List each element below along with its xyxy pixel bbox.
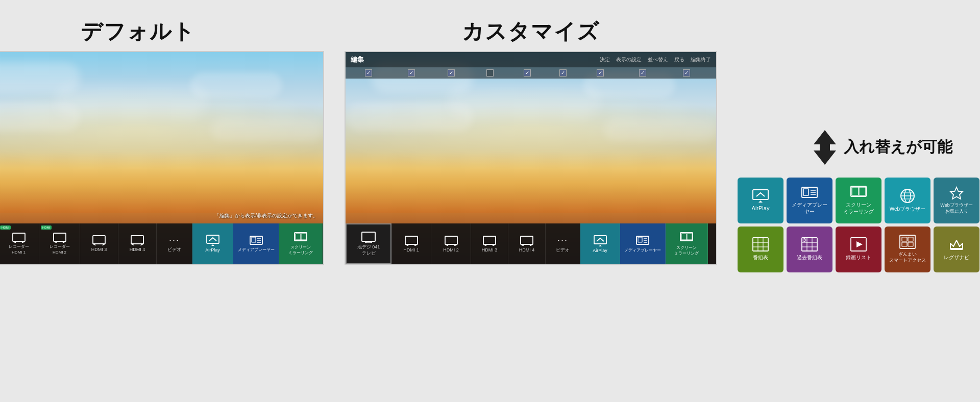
cb-video[interactable]: ✓ xyxy=(546,69,580,77)
right-tv-screen: 編集 決定 表示の設定 並べ替え 戻る 編集終了 ✓ ✓ xyxy=(345,51,717,265)
tile-rec-icon xyxy=(850,237,867,252)
action-sort[interactable]: 並べ替え xyxy=(648,56,668,63)
tile-grid-icon xyxy=(752,237,769,252)
svg-rect-24 xyxy=(296,234,301,240)
svg-rect-33 xyxy=(445,236,457,244)
tile-rec[interactable]: 録画リスト xyxy=(836,227,881,272)
svg-rect-42 xyxy=(594,236,606,244)
right-input-tv[interactable]: 地デジ 041テレビ ▼ xyxy=(346,223,391,264)
svg-rect-36 xyxy=(483,236,496,244)
right-screen-label: スクリーンミラーリング xyxy=(674,245,699,256)
right-tv-label: 地デジ 041テレビ xyxy=(357,244,380,256)
hdmi-badge-2: HDMI xyxy=(41,225,52,230)
tile-clock-grid-icon xyxy=(801,237,818,252)
media-label: メディアプレーヤー xyxy=(238,247,275,253)
tile-airplay-icon xyxy=(752,189,769,203)
input-item-rec1[interactable]: HDMI レコーダーHDMI 1 xyxy=(0,223,39,264)
svg-rect-19 xyxy=(252,237,256,242)
right-media[interactable]: メディアプレーヤー xyxy=(620,223,666,264)
hdmi-icon-2 xyxy=(53,233,66,243)
svg-rect-26 xyxy=(362,232,375,241)
right-screen-icon xyxy=(680,232,693,243)
input-item-media[interactable]: メディアプレーヤー xyxy=(233,223,279,264)
right-hdmi1[interactable]: HDMI 1 xyxy=(391,223,431,264)
tiles-grid: AirPlay メディアプレーヤー スクリーンミラーリング xyxy=(738,178,980,272)
tile-web[interactable]: Webブラウザー xyxy=(885,178,930,223)
svg-rect-87 xyxy=(908,242,913,246)
svg-marker-82 xyxy=(856,241,863,247)
action-display[interactable]: 表示の設定 xyxy=(616,56,642,63)
tile-zanmai[interactable]: ざんまいスマートアクセス xyxy=(885,227,930,272)
cb-hdmi4[interactable]: ✓ xyxy=(508,69,546,77)
tile-regza-label: レグザナビ xyxy=(944,254,969,261)
tile-airplay[interactable]: AirPlay xyxy=(738,178,783,223)
left-panel: デフォルト 「編集」から表示/非表示の設定ができます。 入力切換 xyxy=(0,17,324,385)
arrow-down xyxy=(814,150,836,165)
input-item-rec2[interactable]: HDMI レコーダーHDMI 2 xyxy=(39,223,80,264)
right-media-icon xyxy=(636,235,649,246)
cb-hdmi2[interactable]: ✓ xyxy=(431,69,471,77)
right-video-label: ビデオ xyxy=(556,247,570,254)
hdmi-icon-1 xyxy=(12,233,26,243)
right-hdmi3-label: HDMI 3 xyxy=(482,247,498,253)
action-back[interactable]: 戻る xyxy=(674,56,684,63)
right-monitor-icon xyxy=(361,232,376,243)
cb-media[interactable]: ✓ xyxy=(620,69,665,77)
svg-marker-67 xyxy=(950,187,963,199)
tile-guide1-label: 番組表 xyxy=(753,254,768,261)
input-item-hdmi4[interactable]: HDMI 4 xyxy=(118,223,157,264)
svg-rect-16 xyxy=(207,235,219,243)
right-video[interactable]: ··· ビデオ xyxy=(546,223,580,264)
tile-guide1[interactable]: 番組表 xyxy=(738,227,783,272)
svg-marker-43 xyxy=(598,245,603,246)
cb-hdmi3[interactable] xyxy=(471,69,508,77)
svg-rect-73 xyxy=(802,238,817,251)
rec2-label: レコーダーHDMI 2 xyxy=(50,244,70,255)
input-item-screen[interactable]: スクリーンミラーリング xyxy=(279,223,323,264)
tile-regza[interactable]: レグザナビ xyxy=(934,227,979,272)
right-hdmi3-icon xyxy=(483,236,496,246)
right-airplay[interactable]: AirPlay xyxy=(580,223,620,264)
input-item-video[interactable]: ··· ビデオ xyxy=(157,223,192,264)
tile-web-label: Webブラウザー xyxy=(890,206,925,213)
right-hdmi4-label: HDMI 4 xyxy=(519,247,535,253)
tile-web-fav-label: Webブラウザーお気に入り xyxy=(940,203,972,214)
svg-rect-84 xyxy=(902,237,907,241)
action-ok[interactable]: 決定 xyxy=(600,56,610,63)
svg-rect-61 xyxy=(859,187,866,195)
right-panel: カスタマイズ 編集 決定 表示の設定 並べ替え 戻る 編集終了 xyxy=(345,17,717,385)
right-hdmi1-label: HDMI 1 xyxy=(403,247,419,253)
right-media-label: メディアプレーヤー xyxy=(624,247,661,253)
left-tv-screen: 「編集」から表示/非表示の設定ができます。 入力切換 地デジ 041テレビ HD… xyxy=(0,51,324,265)
tile-screen[interactable]: スクリーンミラーリング xyxy=(836,178,881,223)
action-edit-end[interactable]: 編集終了 xyxy=(691,56,711,63)
right-screen[interactable]: スクリーンミラーリング xyxy=(666,223,708,264)
tile-web-fav[interactable]: Webブラウザーお気に入り xyxy=(934,178,979,223)
right-hdmi2-label: HDMI 2 xyxy=(443,247,459,253)
cb-tv[interactable]: ✓ xyxy=(346,69,391,77)
svg-rect-30 xyxy=(405,236,418,244)
tile-past[interactable]: 過去番組表 xyxy=(787,227,832,272)
right-video-icon: ··· xyxy=(557,235,568,245)
right-hdmi3[interactable]: HDMI 3 xyxy=(471,223,508,264)
right-hdmi4[interactable]: HDMI 4 xyxy=(508,223,546,264)
svg-marker-53 xyxy=(757,200,764,203)
right-hdmi1-icon xyxy=(405,236,418,246)
svg-marker-17 xyxy=(210,244,215,246)
cb-screen[interactable]: ✓ xyxy=(665,69,707,77)
cb-airplay[interactable]: ✓ xyxy=(580,69,620,77)
cb-hdmi1[interactable]: ✓ xyxy=(391,69,431,77)
svg-rect-13 xyxy=(131,236,143,244)
input-item-hdmi3[interactable]: HDMI 3 xyxy=(80,223,118,264)
svg-rect-60 xyxy=(852,187,859,195)
tile-media-icon xyxy=(801,186,818,199)
tile-media[interactable]: メディアプレーヤー xyxy=(787,178,832,223)
svg-rect-4 xyxy=(13,233,25,241)
svg-rect-39 xyxy=(521,236,533,244)
svg-rect-50 xyxy=(681,234,687,240)
input-item-airplay[interactable]: AirPlay xyxy=(192,223,233,264)
swap-text: 入れ替えが可能 xyxy=(844,137,952,158)
svg-rect-7 xyxy=(54,233,66,241)
right-hdmi2[interactable]: HDMI 2 xyxy=(431,223,471,264)
hdmi3-label: HDMI 3 xyxy=(91,247,107,253)
